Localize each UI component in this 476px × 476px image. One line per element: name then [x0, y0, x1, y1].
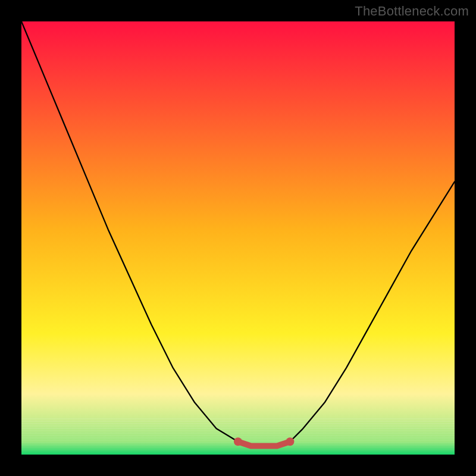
watermark-text: TheBottleneck.com	[355, 4, 469, 19]
plot-area	[21, 21, 455, 455]
gradient-background	[21, 21, 455, 455]
chart-frame: TheBottleneck.com	[0, 0, 476, 476]
highlight-endpoint-dot	[234, 437, 242, 446]
bottleneck-chart	[21, 21, 455, 455]
highlight-endpoint-dot	[286, 437, 294, 446]
